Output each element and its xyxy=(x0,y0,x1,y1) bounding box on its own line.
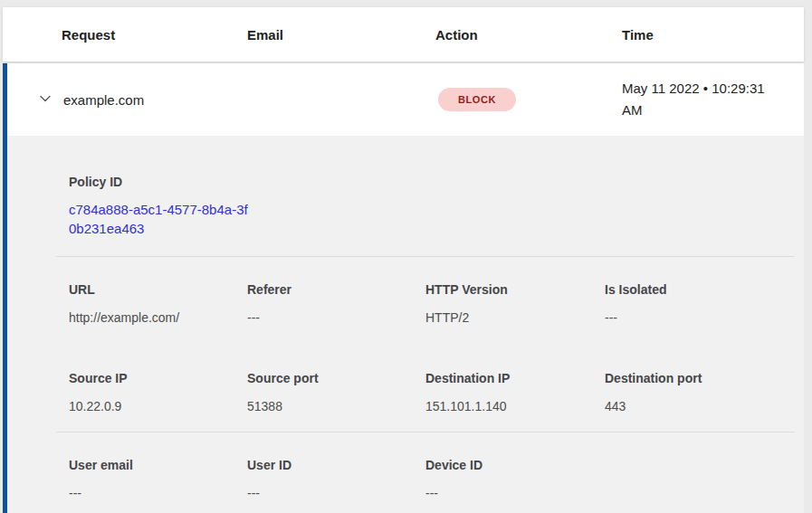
field-value: 443 xyxy=(605,399,804,413)
field-url: URL http://example.com/ xyxy=(69,282,247,325)
expanded-detail-panel: Policy ID c784a888-a5c1-4577-8b4a-3f0b23… xyxy=(3,136,804,513)
field-label: Source port xyxy=(247,371,425,385)
policy-id-link[interactable]: c784a888-a5c1-4577-8b4a-3f0b231ea463 xyxy=(69,200,250,238)
field-empty xyxy=(605,458,804,500)
request-domain: example.com xyxy=(63,92,144,108)
detail-row-user: User email --- User ID --- Device ID --- xyxy=(7,458,804,500)
field-label: Destination port xyxy=(605,371,804,385)
field-value: --- xyxy=(69,486,247,500)
field-label: User ID xyxy=(247,458,425,472)
field-label: Is Isolated xyxy=(605,282,804,297)
field-value: HTTP/2 xyxy=(425,310,605,325)
detail-row-network: Source IP 10.22.0.9 Source port 51388 De… xyxy=(7,371,804,413)
field-destination-ip: Destination IP 151.101.1.140 xyxy=(425,371,605,413)
field-label: URL xyxy=(69,282,247,297)
field-value: 151.101.1.140 xyxy=(425,399,605,413)
policy-id-label: Policy ID xyxy=(69,175,804,189)
field-label: HTTP Version xyxy=(425,282,605,297)
log-table: Request Email Action Time example.com BL… xyxy=(3,7,804,513)
column-header-time: Time xyxy=(622,27,804,43)
column-header-action: Action xyxy=(435,27,622,43)
field-referer: Referer --- xyxy=(247,282,425,325)
field-device-id: Device ID --- xyxy=(425,458,605,500)
field-destination-port: Destination port 443 xyxy=(605,371,804,413)
field-value: --- xyxy=(425,486,605,500)
table-row-expanded[interactable]: example.com BLOCK May 11 2022 • 10:29:31… xyxy=(3,63,804,136)
time-cell: May 11 2022 • 10:29:31 AM xyxy=(622,78,779,121)
policy-id-section: Policy ID c784a888-a5c1-4577-8b4a-3f0b23… xyxy=(7,175,804,238)
block-status-badge: BLOCK xyxy=(438,88,516,111)
field-is-isolated: Is Isolated --- xyxy=(605,282,804,325)
detail-row-url: URL http://example.com/ Referer --- HTTP… xyxy=(7,282,804,325)
table-header-row: Request Email Action Time xyxy=(3,7,804,62)
field-label: Destination IP xyxy=(425,371,605,385)
field-value: --- xyxy=(247,486,425,500)
field-label: Device ID xyxy=(425,458,605,472)
request-cell: example.com xyxy=(38,92,247,108)
field-label: User email xyxy=(69,458,247,472)
field-value: http://example.com/ xyxy=(69,310,247,325)
field-value: --- xyxy=(605,310,804,325)
action-cell: BLOCK xyxy=(435,88,622,111)
column-header-request: Request xyxy=(62,27,247,43)
field-label: Source IP xyxy=(69,371,247,385)
column-header-email: Email xyxy=(247,27,435,43)
field-label: Referer xyxy=(247,282,425,297)
section-divider xyxy=(56,256,795,257)
field-source-port: Source port 51388 xyxy=(247,371,425,413)
field-source-ip: Source IP 10.22.0.9 xyxy=(69,371,247,413)
field-value: --- xyxy=(247,310,425,325)
section-divider xyxy=(56,432,795,432)
field-user-id: User ID --- xyxy=(247,458,425,500)
field-value: 51388 xyxy=(247,399,425,413)
chevron-down-icon xyxy=(38,91,53,109)
expand-collapse-button[interactable] xyxy=(38,92,53,107)
field-user-email: User email --- xyxy=(69,458,247,500)
field-http-version: HTTP Version HTTP/2 xyxy=(425,282,605,325)
field-value: 10.22.0.9 xyxy=(69,399,247,413)
